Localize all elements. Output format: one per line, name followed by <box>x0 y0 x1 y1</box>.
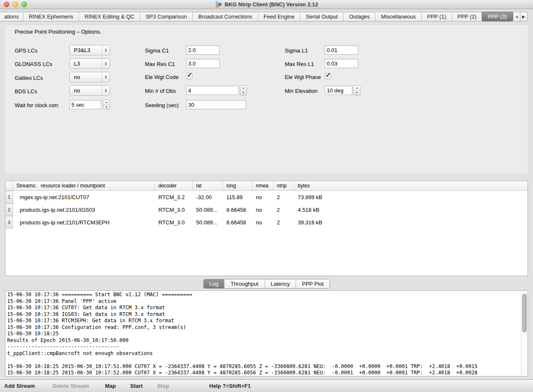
ele-wgt-code-checkbox[interactable]: ✓ <box>186 73 192 79</box>
start-button[interactable]: Start <box>130 380 143 392</box>
header-mountpoint[interactable]: Streams: resource loader / mountpoint <box>13 181 155 190</box>
close-window-icon[interactable] <box>4 2 9 7</box>
wait-clock-input[interactable] <box>69 100 101 109</box>
cell-bytes[interactable]: 4.518 kB <box>294 203 528 216</box>
sigma-c1-input[interactable] <box>186 45 220 55</box>
cell-ntrip[interactable]: 2 <box>273 203 294 216</box>
log-line: 15-06-30 10:17:36 CUT07: Get data in RTC… <box>7 305 520 311</box>
tab-throughput[interactable]: Throughput <box>225 279 265 288</box>
ele-wgt-phase-checkbox[interactable]: ✓ <box>325 73 331 79</box>
tab-latency[interactable]: Latency <box>265 279 296 288</box>
tab-rinex-editing-qc[interactable]: RINEX Editing & QC <box>79 12 140 21</box>
cell-mountpoint[interactable]: products.igs-ip.net:2101/RTCM3EPH <box>13 216 155 229</box>
row-number[interactable]: 3 <box>5 216 13 229</box>
tab-ppp-3[interactable]: PPP (3) <box>482 12 512 21</box>
help-button[interactable]: Help ?=Shift+F1 <box>209 380 251 392</box>
tab-feed-engine[interactable]: Feed Engine <box>258 12 301 21</box>
row-number[interactable]: 1 <box>5 191 13 203</box>
tab-outages[interactable]: Outages <box>344 12 375 21</box>
table-row[interactable]: 2 products.igs-ip.net:2101/IGS03 RTCM_3.… <box>5 203 528 216</box>
cell-mountpoint[interactable]: mgex.igs-ip.net:2101/CUT07 <box>13 191 155 203</box>
log-line: 15-06-30 10:18:25 2015-06-30_10:17:52.00… <box>7 370 520 375</box>
gps-lcs-dropdown[interactable]: P3&L3 ▲▼ <box>69 45 110 55</box>
log-scrollbar[interactable] <box>521 291 527 376</box>
header-lat[interactable]: lat <box>193 181 223 190</box>
sigma-l1-input[interactable] <box>325 45 358 55</box>
stepper-down-icon[interactable]: ▼ <box>240 91 247 95</box>
log-text: 15-06-30 10:17:36 ========== Start BNC v… <box>7 292 520 375</box>
wait-clock-stepper[interactable]: ▲ ▼ <box>103 100 110 110</box>
log-line: 15-06-30 10:17:36 Configuration read: PP… <box>7 324 520 331</box>
cell-long[interactable]: 8.66458 <box>223 203 252 216</box>
map-button[interactable]: Map <box>105 380 116 392</box>
cell-long[interactable]: 8.66458 <box>223 216 252 229</box>
add-stream-button[interactable]: Add Stream <box>4 380 35 392</box>
cell-long[interactable]: 115.89 <box>223 191 252 203</box>
tab-scroll-left-icon[interactable]: ◀ <box>513 12 520 21</box>
cell-decoder[interactable]: RTCM_3.2 <box>155 191 193 203</box>
tab-sp3-comparison[interactable]: SP3 Comparison <box>140 12 193 21</box>
max-res-l1-input[interactable] <box>325 59 358 68</box>
minimize-window-icon[interactable] <box>13 2 18 7</box>
log-panel[interactable]: 15-06-30 10:17:36 ========== Start BNC v… <box>5 290 528 376</box>
cell-nmea[interactable]: no <box>252 203 273 216</box>
checkmark-icon: ✓ <box>326 71 331 79</box>
max-res-c1-input[interactable] <box>186 59 220 68</box>
cell-nmea[interactable]: no <box>252 191 273 203</box>
zoom-window-icon[interactable] <box>21 2 27 7</box>
max-res-l1-label: Max Res L1 <box>285 61 314 67</box>
galileo-lcs-dropdown[interactable]: no ▲▼ <box>69 72 110 82</box>
glonass-lcs-dropdown[interactable]: L3 ▲▼ <box>69 58 110 69</box>
stepper-up-icon[interactable]: ▲ <box>103 100 110 105</box>
header-decoder[interactable]: decoder <box>155 181 193 190</box>
tab-miscellaneous[interactable]: Miscellaneous <box>375 12 421 21</box>
dropdown-arrows-icon: ▲▼ <box>102 45 110 55</box>
min-elevation-input[interactable] <box>325 86 352 95</box>
stepper-down-icon[interactable]: ▼ <box>354 91 360 95</box>
seeding-label: Seeding (sec) <box>145 102 179 108</box>
tab-ppp-1[interactable]: PPP (1) <box>422 12 452 21</box>
row-number[interactable]: 2 <box>5 203 13 216</box>
tab-ppp-plot[interactable]: PPP Plot <box>296 279 330 288</box>
tab-log[interactable]: Log <box>203 279 225 288</box>
bnc-app-icon <box>215 1 222 8</box>
tab-serial-output[interactable]: Serial Output <box>300 12 344 21</box>
cell-nmea[interactable]: no <box>252 216 273 229</box>
cell-ntrip[interactable]: 2 <box>273 191 294 203</box>
log-scrollbar-thumb[interactable] <box>522 294 527 332</box>
min-elevation-stepper[interactable]: ▲ ▼ <box>353 85 360 95</box>
bds-lcs-dropdown[interactable]: no ▲▼ <box>69 85 110 96</box>
cell-bytes[interactable]: 39.316 kB <box>294 216 528 229</box>
gps-lcs-label: GPS LCs <box>15 47 37 54</box>
cell-ntrip[interactable]: 2 <box>273 216 294 229</box>
cell-decoder[interactable]: RTCM_3.0 <box>155 216 193 229</box>
tab-rinex-ephemeris[interactable]: RINEX Ephemeris <box>24 12 79 21</box>
stepper-down-icon[interactable]: ▼ <box>103 105 110 110</box>
gps-lcs-value: P3&L3 <box>70 47 102 53</box>
tab-scroll-right-icon[interactable]: ▶ <box>520 12 528 21</box>
seeding-input[interactable] <box>186 100 246 109</box>
header-ntrip[interactable]: ntrip <box>273 181 294 190</box>
window-controls <box>4 2 27 7</box>
stepper-up-icon[interactable]: ▲ <box>240 86 247 91</box>
header-long[interactable]: long <box>223 181 252 190</box>
stepper-up-icon[interactable]: ▲ <box>354 86 360 91</box>
table-row[interactable]: 3 products.igs-ip.net:2101/RTCM3EPH RTCM… <box>5 216 528 229</box>
ele-wgt-phase-label: Ele Wgt Phase <box>285 74 321 80</box>
bottom-tab-bar: Log Throughput Latency PPP Plot <box>203 279 330 289</box>
tab-broadcast-corrections[interactable]: Broadcast Corrections <box>193 12 258 21</box>
cell-bytes[interactable]: 73.899 kB <box>294 191 528 203</box>
tab-rinex-observations[interactable]: ations <box>0 12 24 21</box>
cell-lat[interactable]: 50.089... <box>193 216 223 229</box>
header-bytes[interactable]: bytes <box>294 181 528 190</box>
min-obs-stepper[interactable]: ▲ ▼ <box>240 85 247 95</box>
header-nmea[interactable]: nmea <box>252 181 273 190</box>
cell-lat[interactable]: 50.089... <box>193 203 223 216</box>
table-row[interactable]: 1 mgex.igs-ip.net:2101/CUT07 RTCM_3.2 -3… <box>5 191 528 203</box>
cell-lat[interactable]: -32.00 <box>193 191 223 203</box>
cell-mountpoint[interactable]: products.igs-ip.net:2101/IGS03 <box>13 203 155 216</box>
bds-lcs-label: BDS LCs <box>15 88 37 95</box>
tab-ppp-2[interactable]: PPP (2) <box>452 12 482 21</box>
min-obs-input[interactable] <box>186 86 239 95</box>
cell-decoder[interactable]: RTCM_3.0 <box>155 203 193 216</box>
